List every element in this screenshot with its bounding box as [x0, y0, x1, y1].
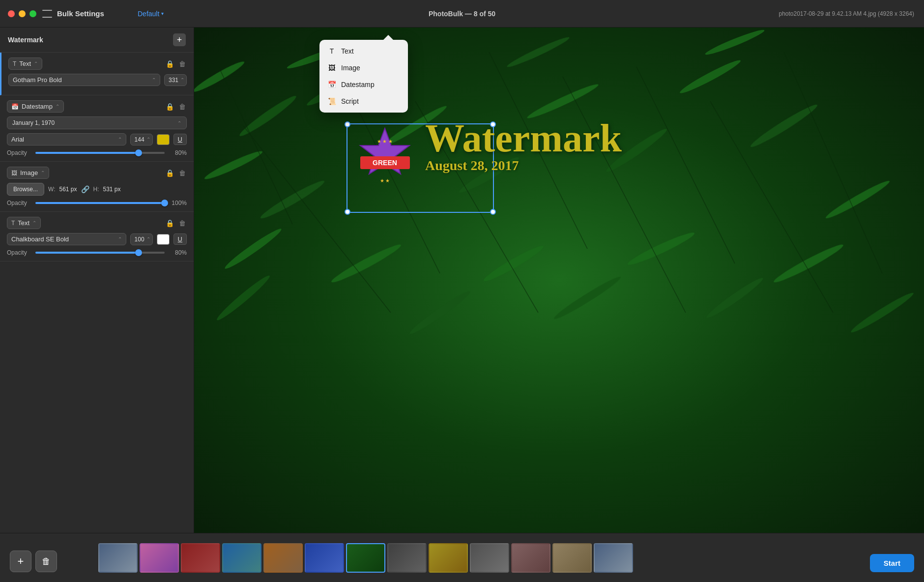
- datestamp-opacity-val: 80%: [170, 149, 187, 156]
- thumbnail-5[interactable]: [263, 543, 303, 573]
- size-select-1[interactable]: 331 ⌃: [164, 74, 187, 86]
- datestamp-icon: 📅: [11, 103, 19, 110]
- default-dropdown[interactable]: Default ▾: [138, 10, 164, 18]
- image-section: 🖼 Image ⌃ 🔒 🗑 Browse... W: 561 px 🔗 H: 5…: [0, 162, 194, 212]
- date-select[interactable]: January 1, 1970 ⌃: [7, 116, 187, 129]
- datestamp-size-select[interactable]: 144 ⌃: [130, 134, 153, 146]
- watermark-date-text: August 28, 2017: [425, 158, 622, 174]
- thumbnail-11[interactable]: [511, 543, 550, 573]
- datestamp-opacity-slider[interactable]: [35, 152, 165, 154]
- sidebar-toggle[interactable]: [42, 10, 52, 18]
- watermark-main-text: Watermark: [425, 118, 622, 158]
- dropdown-arrow: [383, 35, 393, 40]
- datestamp-color-picker[interactable]: [157, 134, 170, 145]
- close-button[interactable]: [8, 10, 15, 17]
- type-select-1[interactable]: T Text ⌃: [8, 58, 42, 70]
- app-title: PhotoBulk — 8 of 50: [429, 10, 495, 18]
- font-select-2[interactable]: Chalkboard SE Bold ⌃: [7, 233, 126, 245]
- title-bar: Bulk Settings PhotoBulk — 8 of 50 Defaul…: [0, 0, 924, 28]
- text2-opacity-val: 80%: [170, 249, 187, 256]
- delete-button-3[interactable]: 🗑: [178, 168, 187, 178]
- section-1-header: T Text ⌃ 🔒 🗑: [8, 58, 187, 70]
- image-opacity-label: Opacity: [7, 200, 30, 206]
- thumbnail-10[interactable]: [470, 543, 509, 573]
- font-chevron-1: ⌃: [152, 77, 156, 83]
- date-val: January 1, 1970: [12, 119, 55, 126]
- thumbnail-1[interactable]: [98, 543, 138, 573]
- datestamp-font-row: Arial ⌃ 144 ⌃ U: [7, 133, 187, 146]
- dropdown-item-script[interactable]: 📜 Script: [319, 93, 408, 110]
- section-4-header: T Text ⌃ 🔒 🗑: [7, 217, 187, 229]
- datestamp-size-chevron: ⌃: [146, 137, 150, 142]
- image-opacity-slider[interactable]: [35, 202, 165, 204]
- dropdown-script-label: Script: [341, 97, 359, 105]
- chevron-icon-4: ⌃: [32, 220, 36, 226]
- dropdown-item-datestamp[interactable]: 📅 Datestamp: [319, 76, 408, 93]
- app-title-center: PhotoBulk — 8 of 50: [429, 9, 495, 18]
- traffic-lights: [8, 10, 36, 17]
- delete-button-1[interactable]: 🗑: [178, 59, 187, 69]
- text2-opacity-slider[interactable]: [35, 252, 165, 254]
- chevron-icon-2: ⌃: [56, 104, 59, 109]
- type-label-2: Datestamp: [22, 103, 53, 110]
- thumbnail-12[interactable]: [552, 543, 592, 573]
- text-underline-button-2[interactable]: U: [173, 233, 187, 245]
- image-icon: 🖼: [11, 170, 17, 176]
- badge-watermark: ★ ★ ★ ★ ★ ★ GREEN ★ ★: [349, 126, 421, 214]
- thumbnail-13[interactable]: [594, 543, 633, 573]
- dropdown-item-image[interactable]: 🖼 Image: [319, 59, 408, 76]
- lock-button-3[interactable]: 🔒: [165, 168, 175, 178]
- image-menu-icon: 🖼: [327, 63, 336, 72]
- lock-button-1[interactable]: 🔒: [165, 59, 175, 69]
- bulk-settings-title: Bulk Settings: [57, 9, 104, 18]
- start-button[interactable]: Start: [870, 554, 914, 572]
- dropdown-menu: T Text 🖼 Image 📅 Datestamp 📜 Script: [319, 40, 408, 113]
- font-select-1[interactable]: Gotham Pro Bold ⌃: [8, 74, 160, 86]
- text-section-1: T Text ⌃ 🔒 🗑 Gotham Pro Bold ⌃ 331 ⌃: [0, 53, 194, 95]
- text-menu-icon: T: [327, 47, 336, 56]
- size-chevron-1: ⌃: [180, 77, 184, 83]
- thumbnail-7-active[interactable]: [346, 543, 385, 573]
- type-select-4[interactable]: T Text ⌃: [7, 217, 41, 229]
- dropdown-datestamp-label: Datestamp: [341, 81, 375, 88]
- dropdown-image-label: Image: [341, 64, 360, 72]
- dropdown-item-text[interactable]: T Text: [319, 43, 408, 59]
- watermark-text-overlay: Watermark August 28, 2017: [425, 118, 622, 174]
- text2-opacity-row: Opacity 80%: [7, 249, 187, 256]
- remove-photo-button[interactable]: 🗑: [35, 551, 57, 572]
- text2-opacity-label: Opacity: [7, 249, 30, 256]
- fullscreen-button[interactable]: [29, 10, 36, 17]
- type-select-2[interactable]: 📅 Datestamp ⌃: [7, 100, 64, 113]
- browse-button[interactable]: Browse...: [7, 183, 44, 196]
- text-color-picker-2[interactable]: [157, 234, 170, 245]
- chevron-down-icon: ▾: [161, 11, 164, 16]
- delete-button-2[interactable]: 🗑: [178, 102, 187, 112]
- type-label-4: Text: [18, 219, 29, 227]
- dropdown-text-label: Text: [341, 47, 354, 55]
- datestamp-font-select[interactable]: Arial ⌃: [7, 133, 126, 146]
- section-1-actions: 🔒 🗑: [165, 59, 187, 69]
- font-label-2: Chalkboard SE Bold: [11, 235, 69, 243]
- image-opacity-val: 100%: [170, 200, 187, 206]
- delete-button-4[interactable]: 🗑: [178, 218, 187, 228]
- add-watermark-button[interactable]: +: [173, 33, 186, 46]
- thumbnail-6[interactable]: [305, 543, 344, 573]
- default-label: Default: [138, 10, 159, 18]
- lock-button-4[interactable]: 🔒: [165, 218, 175, 228]
- thumbnail-3[interactable]: [181, 543, 220, 573]
- thumbnail-4[interactable]: [222, 543, 261, 573]
- minimize-button[interactable]: [19, 10, 26, 17]
- datestamp-opacity-thumb: [135, 149, 142, 156]
- add-photo-button[interactable]: +: [10, 551, 31, 572]
- date-chevron: ⌃: [177, 120, 181, 126]
- image-row: Browse... W: 561 px 🔗 H: 531 px: [7, 183, 187, 196]
- size-select-2[interactable]: 100 ⌃: [130, 233, 153, 245]
- thumbnail-2[interactable]: [140, 543, 179, 573]
- datestamp-underline-button[interactable]: U: [173, 134, 187, 145]
- type-select-3[interactable]: 🖼 Image ⌃: [7, 167, 49, 179]
- thumbnail-9[interactable]: [429, 543, 468, 573]
- thumbnail-8[interactable]: [387, 543, 427, 573]
- datestamp-menu-icon: 📅: [327, 80, 336, 89]
- lock-button-2[interactable]: 🔒: [165, 102, 175, 112]
- type-label-1: Text: [19, 60, 31, 67]
